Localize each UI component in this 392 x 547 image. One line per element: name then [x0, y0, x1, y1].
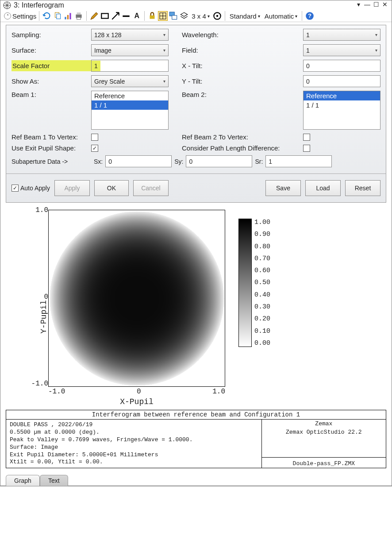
chevron-up-icon: ˄ [4, 12, 11, 19]
lock-icon[interactable] [147, 11, 157, 21]
list-item[interactable]: Reference [92, 91, 168, 100]
wavelength-select[interactable]: 1▾ [303, 29, 380, 41]
info-box: Interferogram between reference beam and… [6, 410, 386, 468]
arrow-icon[interactable] [111, 11, 120, 21]
useexit-label: Use Exit Pupil Shape: [12, 144, 91, 152]
scale-label: Scale Factor [12, 60, 91, 71]
window-title: 3: Interferogram [14, 1, 64, 9]
sr-input[interactable]: 1 [265, 155, 332, 167]
svg-rect-2 [57, 14, 61, 19]
toolbar: ˄ Settings A 3 x 4▾ Standard▾ Automatic▾… [0, 10, 392, 22]
svg-rect-14 [172, 15, 177, 19]
svg-rect-10 [123, 15, 130, 17]
print-icon[interactable] [74, 11, 84, 21]
text-icon[interactable]: A [132, 11, 142, 21]
surface-label: Surface: [12, 46, 91, 54]
load-button[interactable]: Load [305, 180, 341, 196]
rect-icon[interactable] [100, 11, 110, 21]
refbeam2-checkbox[interactable] [303, 134, 310, 141]
target-icon[interactable] [212, 11, 222, 21]
grid-view-icon[interactable] [158, 11, 168, 21]
surface-select[interactable]: Image▾ [91, 44, 169, 56]
y-ticks: 1.0 0 -1.0 [31, 206, 48, 383]
cancel-button[interactable]: Cancel [133, 180, 169, 196]
list-item[interactable]: Reference [304, 91, 380, 100]
line-icon[interactable] [121, 11, 131, 21]
useexit-checkbox[interactable]: ✓ [91, 145, 98, 152]
refbeam1-checkbox[interactable] [91, 134, 98, 141]
list-item[interactable]: 1 / 1 [92, 100, 168, 110]
svg-rect-11 [150, 15, 155, 19]
beam1-label: Beam 1: [12, 91, 91, 98]
field-select[interactable]: 1▾ [303, 44, 380, 56]
tabs: Graph Text [6, 474, 392, 485]
chart-area: Y-Pupil 1.0 0 -1.0 -1.0 0 1.0 X-Pupil [0, 205, 392, 408]
xtilt-input[interactable]: 0 [303, 60, 380, 72]
maximize-icon[interactable]: ☐ [372, 1, 380, 9]
ytilt-input[interactable]: 0 [303, 75, 380, 87]
settings-label: Settings [12, 12, 36, 20]
sx-label: Sx: [94, 158, 103, 165]
svg-rect-4 [67, 15, 69, 19]
beam2-list[interactable]: Reference 1 / 1 [303, 91, 380, 130]
colorbar-gradient [238, 219, 252, 347]
reset-button[interactable]: Reset [345, 180, 380, 196]
x-axis-label: X-Pupil [48, 397, 225, 406]
help-icon[interactable]: ? [305, 11, 315, 21]
refbeam1-label: Ref Beam 1 To Vertex: [12, 133, 91, 141]
sampling-select[interactable]: 128 x 128▾ [91, 29, 169, 41]
info-title: Interferogram between reference beam and… [6, 410, 386, 420]
settings-toggle[interactable]: ˄ Settings [4, 12, 36, 20]
autoapply-checkbox[interactable]: ✓ [12, 185, 19, 192]
save-button[interactable]: Save [265, 180, 301, 196]
apply-button[interactable]: Apply [54, 180, 90, 196]
interferogram-plot [48, 210, 225, 387]
refresh-icon[interactable] [42, 11, 52, 21]
minimize-icon[interactable]: — [363, 1, 371, 9]
showas-select[interactable]: Grey Scale▾ [91, 75, 169, 87]
consider-checkbox[interactable] [303, 145, 310, 152]
tab-text[interactable]: Text [40, 475, 68, 486]
chart-icon[interactable] [63, 11, 73, 21]
mode-automatic[interactable]: Automatic▾ [263, 12, 300, 20]
settings-panel: Sampling: 128 x 128▾ Wavelength: 1▾ Surf… [6, 25, 386, 203]
autoapply-label[interactable]: ✓ Auto Apply [12, 185, 50, 192]
svg-rect-3 [65, 17, 66, 19]
showas-label: Show As: [12, 77, 91, 85]
wavelength-label: Wavelength: [182, 31, 303, 39]
app-icon [3, 1, 11, 9]
sampling-label: Sampling: [12, 31, 91, 39]
svg-text:?: ? [308, 12, 311, 19]
beam1-list[interactable]: Reference 1 / 1 [91, 91, 169, 130]
refbeam2-label: Ref Beam 2 To Vertex: [182, 133, 303, 141]
xtilt-label: X - Tilt: [182, 62, 303, 69]
colorbar-ticks: 1.00 0.90 0.80 0.70 0.60 0.50 0.40 0.30 … [254, 219, 270, 347]
titlebar: 3: Interferogram ▾ — ☐ ✕ [0, 0, 392, 10]
sx-input[interactable]: 0 [105, 155, 172, 167]
beam2-label: Beam 2: [182, 91, 303, 98]
ok-button[interactable]: OK [94, 180, 129, 196]
sr-label: Sr: [255, 158, 263, 165]
sy-label: Sy: [174, 158, 183, 165]
svg-rect-5 [70, 13, 71, 19]
zoom-level[interactable]: 3 x 4▾ [190, 12, 211, 20]
x-ticks: -1.0 0 1.0 [48, 388, 225, 396]
svg-rect-7 [77, 12, 81, 14]
tab-graph[interactable]: Graph [6, 475, 40, 486]
close-icon[interactable]: ✕ [381, 1, 389, 9]
info-left: DOUBLE PASS , 2022/06/19 0.5500 µm at 0.… [6, 420, 261, 468]
list-item[interactable]: 1 / 1 [304, 100, 380, 110]
windows-icon[interactable] [169, 11, 178, 21]
dropdown-icon[interactable]: ▾ [354, 1, 362, 9]
scale-input[interactable]: 1 [91, 60, 169, 72]
mode-standard[interactable]: Standard▾ [228, 12, 262, 20]
info-right: Zemax Zemax OpticStudio 22.2 Double-pass… [261, 420, 386, 468]
svg-rect-8 [77, 17, 81, 19]
colorbar: 1.00 0.90 0.80 0.70 0.60 0.50 0.40 0.30 … [238, 219, 270, 406]
sy-input[interactable]: 0 [186, 155, 252, 167]
ytilt-label: Y - Tilt: [182, 77, 303, 85]
layers-icon[interactable] [179, 11, 189, 21]
pencil-icon[interactable] [89, 11, 99, 21]
svg-rect-9 [102, 14, 108, 19]
copy-icon[interactable] [53, 11, 62, 21]
